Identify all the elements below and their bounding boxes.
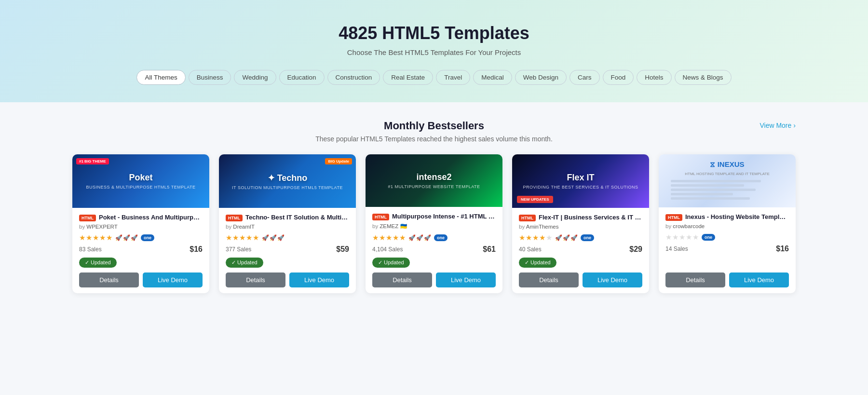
star-icon: ★ <box>532 233 539 242</box>
price-label: $59 <box>336 245 349 254</box>
card-title-inexus: Inexus - Hosting Website Template an... <box>685 213 789 221</box>
html5-badge: HTML <box>226 215 243 221</box>
details-button[interactable]: Details <box>79 272 139 287</box>
stars-row: ★★★★★🚀🚀🚀one <box>519 233 642 242</box>
star-icon: ★ <box>672 233 678 242</box>
sales-count: 377 Sales <box>226 246 251 253</box>
inexus-subtext: HTML HOSTING TEMPLATE AND IT TEMPLATE <box>685 172 769 176</box>
card-title-row: HTMLTechno- Best IT Solution & Multi-Pur… <box>226 214 349 222</box>
rocket-icon: 🚀 <box>115 234 122 241</box>
star-rating: ★★★★★ <box>665 233 699 242</box>
card-author-flexit: by AminThemes <box>519 224 642 230</box>
thumb-logo-intense: intense2 <box>416 172 451 182</box>
card-actions: DetailsLive Demo <box>665 272 789 287</box>
filter-btn-food[interactable]: Food <box>603 70 634 85</box>
filter-btn-real-estate[interactable]: Real Estate <box>383 70 433 85</box>
card-title-row: HTMLPoket - Business And Multipurpose Re… <box>79 214 203 222</box>
updated-badge: ✓ Updated <box>79 258 117 268</box>
rocket-icon: 🚀 <box>555 234 562 241</box>
thumb-sub-techno: IT Solution Multipurpose HTML5 Template <box>232 185 343 190</box>
live-demo-button[interactable]: Live Demo <box>143 272 203 287</box>
filter-btn-cars[interactable]: Cars <box>570 70 600 85</box>
rocket-icons: 🚀🚀🚀 <box>262 234 285 241</box>
filter-btn-medical[interactable]: Medical <box>473 70 512 85</box>
details-button[interactable]: Details <box>226 272 285 287</box>
card-body-techno: HTMLTechno- Best IT Solution & Multi-Pur… <box>219 208 356 293</box>
rocket-icons: 🚀🚀🚀 <box>115 234 138 241</box>
star-icon: ★ <box>93 233 99 242</box>
one-badge: one <box>434 234 448 241</box>
star-icon: ★ <box>226 233 232 242</box>
card-actions: DetailsLive Demo <box>372 272 496 287</box>
card-intense: intense2#1 MULTIPURPOSE WEBSITE TEMPLATE… <box>366 154 502 293</box>
star-rating: ★★★★★ <box>226 233 259 242</box>
star-icon: ★ <box>372 233 379 242</box>
card-actions: DetailsLive Demo <box>79 272 203 287</box>
card-flexit: NEW UPDATESFlex ITProviding The Best Ser… <box>512 154 649 293</box>
star-icon: ★ <box>86 233 92 242</box>
live-demo-button[interactable]: Live Demo <box>729 272 789 287</box>
price-label: $61 <box>483 245 496 254</box>
sales-count: 40 Sales <box>519 246 542 253</box>
filter-btn-business[interactable]: Business <box>189 70 231 85</box>
card-thumb-poket: #1 BIG THEMEPoketBusiness & MultiPurpose… <box>72 154 209 208</box>
price-label: $16 <box>776 245 789 253</box>
filter-btn-web-design[interactable]: Web Design <box>515 70 567 85</box>
star-icon: ★ <box>379 233 385 242</box>
thumb-badge: #1 BIG THEME <box>76 158 109 164</box>
details-button[interactable]: Details <box>519 272 579 287</box>
thumb-logo-poket: Poket <box>129 173 152 183</box>
html5-badge: HTML <box>665 214 682 221</box>
sales-price-row: 14 Sales$16 <box>665 245 789 253</box>
card-actions: DetailsLive Demo <box>226 272 349 287</box>
card-thumb-intense: intense2#1 MULTIPURPOSE WEBSITE TEMPLATE <box>366 154 502 207</box>
view-more-link[interactable]: View More › <box>760 120 796 129</box>
stars-row: ★★★★★🚀🚀🚀 <box>226 233 349 242</box>
star-icon: ★ <box>232 233 239 242</box>
rocket-icon: 🚀 <box>424 234 431 241</box>
price-label: $16 <box>190 245 203 254</box>
filter-btn-wedding[interactable]: Wedding <box>234 70 276 85</box>
view-more-text: View More <box>760 122 791 129</box>
rocket-icon: 🚀 <box>270 234 277 241</box>
rocket-icon: 🚀 <box>131 234 138 241</box>
details-button[interactable]: Details <box>665 272 725 287</box>
one-badge: one <box>581 234 594 241</box>
details-button[interactable]: Details <box>372 272 432 287</box>
filter-btn-news-blogs[interactable]: News & Blogs <box>675 70 732 85</box>
star-icon: ★ <box>686 233 692 242</box>
filter-btn-travel[interactable]: Travel <box>436 70 470 85</box>
thumb-sub-flexit: Providing The Best Services & IT Solutio… <box>523 185 638 190</box>
rocket-icons: 🚀🚀🚀 <box>408 234 431 241</box>
filter-btn-construction[interactable]: Construction <box>327 70 380 85</box>
star-icon: ★ <box>519 233 525 242</box>
sales-count: 83 Sales <box>79 246 102 253</box>
star-icon: ★ <box>253 233 259 242</box>
thumb-badge-orange: BIG Update <box>325 158 352 164</box>
card-author-techno: by DreamIT <box>226 224 349 230</box>
filter-btn-hotels[interactable]: Hotels <box>637 70 671 85</box>
updated-spacer <box>665 257 789 272</box>
star-rating: ★★★★★ <box>79 233 112 242</box>
star-rating: ★★★★★ <box>372 233 406 242</box>
hero-section: 4825 HTML5 Templates Choose The Best HTM… <box>0 0 868 102</box>
card-body-flexit: HTMLFlex-IT | Business Services & IT Sol… <box>512 208 649 293</box>
live-demo-button[interactable]: Live Demo <box>583 272 642 287</box>
rocket-icon: 🚀 <box>262 234 269 241</box>
card-title-poket: Poket - Business And Multipurpose Re... <box>99 214 203 222</box>
star-icon: ★ <box>393 233 399 242</box>
star-icon: ★ <box>106 233 112 242</box>
rocket-icon: 🚀 <box>123 234 130 241</box>
card-title-row: HTMLMultipurpose Intense - #1 HTML Boot.… <box>372 213 496 221</box>
filter-btn-all-themes[interactable]: All Themes <box>136 70 185 85</box>
star-rating: ★★★★★ <box>519 233 552 242</box>
filter-btn-education[interactable]: Education <box>279 70 325 85</box>
main-content: Monthly Bestsellers These popular HTML5 … <box>58 102 810 313</box>
sales-count: 14 Sales <box>665 245 688 252</box>
star-icon: ★ <box>526 233 532 242</box>
live-demo-button[interactable]: Live Demo <box>289 272 349 287</box>
card-title-intense: Multipurpose Intense - #1 HTML Boot... <box>392 213 496 221</box>
star-icon: ★ <box>679 233 685 242</box>
live-demo-button[interactable]: Live Demo <box>436 272 496 287</box>
html5-badge: HTML <box>79 215 96 221</box>
